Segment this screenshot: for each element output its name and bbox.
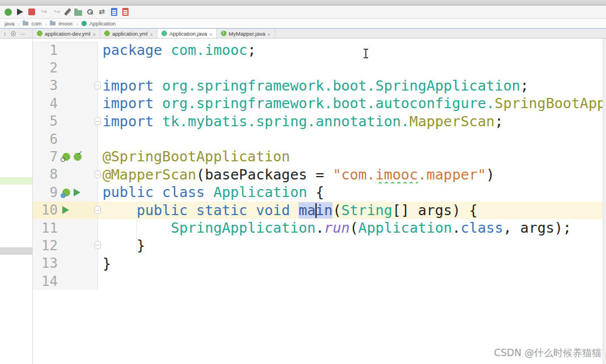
gutter: 9	[33, 183, 98, 201]
tab-mymapper-java[interactable]: MyMapper.java	[217, 29, 275, 38]
close-icon[interactable]	[210, 28, 212, 38]
fold-marker-icon[interactable]	[95, 82, 101, 89]
build-icon[interactable]	[64, 8, 71, 16]
code-text[interactable]: import org.springframework.boot.autoconf…	[98, 95, 606, 112]
run-icon[interactable]	[74, 189, 80, 196]
file-blue-icon[interactable]	[111, 8, 117, 16]
code-line-6: 6	[33, 130, 606, 148]
code-text[interactable]	[98, 130, 606, 148]
gutter: 12	[33, 237, 98, 254]
code-text[interactable]: import tk.mybatis.spring.annotation.Mapp…	[98, 113, 606, 130]
code-line-2: 2	[33, 59, 606, 76]
code-line-4: 4import org.springframework.boot.autocon…	[33, 95, 606, 112]
gutter: 8	[33, 166, 98, 183]
line-number: 1	[33, 42, 58, 58]
breadcrumb-item-imooc[interactable]: imooc	[58, 20, 72, 27]
folder-icon	[50, 22, 56, 25]
tab-label: application-dev.yml	[45, 31, 91, 37]
file-red-icon[interactable]	[122, 8, 129, 16]
code-line-7: 7@SpringBootApplication	[33, 148, 606, 165]
code-text[interactable]: }	[98, 237, 606, 254]
code-text[interactable]	[98, 272, 606, 290]
stop-icon[interactable]	[28, 8, 35, 15]
tab-application-dev-yml[interactable]: application-dev.yml	[33, 29, 100, 38]
line-number: 11	[33, 220, 58, 236]
open-project-icon[interactable]	[74, 10, 82, 16]
code-text[interactable]: @SpringBootApplication	[98, 148, 606, 165]
code-line-14: 14	[33, 272, 606, 290]
breadcrumb: javacomimoocApplication	[0, 19, 606, 28]
project-row-selected	[0, 247, 32, 255]
editor-scrollbar[interactable]	[603, 38, 606, 364]
spring-check-icon[interactable]	[74, 153, 82, 161]
line-number: 5	[33, 113, 58, 129]
close-icon[interactable]	[150, 28, 153, 38]
main-area: 1package com.imooc;23import org.springfr…	[0, 38, 606, 364]
chevron-separator-icon	[44, 18, 47, 28]
gutter-icons	[62, 206, 69, 214]
code-text[interactable]: SpringApplication.run(Application.class,…	[98, 219, 606, 237]
gutter: 13	[33, 255, 98, 272]
code-line-13: 13}	[33, 255, 606, 272]
line-number: 6	[33, 131, 58, 147]
yaml-icon	[37, 31, 42, 36]
debug-icon[interactable]	[5, 8, 12, 16]
breadcrumb-item-application[interactable]: Application	[89, 20, 116, 27]
title-bar: imooc-red-book-dev [/Workspaces/idea_imc…	[0, 0, 606, 6]
code-text[interactable]: import org.springframework.boot.SpringAp…	[98, 77, 606, 95]
step-over-icon[interactable]: ↪	[40, 8, 48, 16]
toolbar-icons: ↪↪⇄	[5, 8, 129, 16]
gutter-icons	[62, 153, 82, 161]
breadcrumb-item-com[interactable]: com	[31, 20, 41, 27]
vcs-update-icon[interactable]: ⇄	[98, 8, 106, 16]
editor-tabs: application-dev.ymlapplication.ymlApplic…	[33, 29, 275, 38]
close-icon[interactable]	[267, 28, 270, 38]
run-icon[interactable]	[62, 206, 69, 214]
line-number: 7	[33, 149, 58, 165]
gutter: 6	[33, 130, 98, 148]
folder-icon	[23, 22, 28, 25]
toolbar: ↪↪⇄	[0, 6, 606, 19]
tab-application-java[interactable]: Application.java	[157, 29, 217, 38]
line-number: 3	[33, 78, 58, 93]
tab-application-yml[interactable]: application.yml	[100, 29, 157, 38]
gutter: 4	[33, 95, 98, 112]
fold-marker-icon[interactable]	[95, 206, 101, 214]
panel-settings-icon[interactable]	[11, 31, 16, 36]
code-text[interactable]: public static void main(String[] args) {	[98, 202, 606, 219]
bootclass-icon	[161, 31, 167, 36]
fold-marker-icon[interactable]	[95, 170, 101, 178]
yaml-icon	[104, 31, 110, 36]
project-row-highlight	[0, 177, 32, 185]
class-icon	[82, 21, 87, 26]
step-into-icon[interactable]: ↪	[53, 8, 61, 16]
project-panel-collapsed[interactable]	[0, 38, 33, 364]
editor-rows: 1package com.imooc;23import org.springfr…	[33, 41, 606, 290]
close-icon[interactable]	[93, 28, 96, 38]
code-text[interactable]: public class Application {	[98, 183, 606, 201]
code-text[interactable]: package com.imooc;	[98, 41, 606, 59]
line-number: 9	[33, 185, 58, 200]
attach-process-icon[interactable]	[17, 8, 23, 15]
interface-icon	[221, 31, 227, 36]
code-editor[interactable]: 1package com.imooc;23import org.springfr…	[33, 38, 606, 364]
code-text[interactable]: @MapperScan(basePackages = "com.imooc.ma…	[98, 166, 606, 183]
line-number: 13	[33, 255, 58, 271]
code-text[interactable]: }	[98, 255, 606, 272]
fold-marker-icon[interactable]	[95, 241, 101, 249]
code-line-5: 5import tk.mybatis.spring.annotation.Map…	[33, 113, 606, 130]
fold-marker-icon[interactable]	[95, 117, 101, 125]
code-text[interactable]	[98, 59, 606, 76]
code-line-8: 8@MapperScan(basePackages = "com.imooc.m…	[33, 166, 606, 183]
gutter: 5	[33, 113, 98, 130]
tab-label: Application.java	[169, 31, 207, 37]
gutter: 10	[33, 202, 98, 219]
text-caret	[315, 203, 317, 218]
panel-sort-icon[interactable]	[3, 31, 6, 37]
search-icon[interactable]	[87, 9, 93, 15]
code-line-9: 9public class Application {	[33, 183, 606, 201]
panel-hide-icon[interactable]	[20, 31, 25, 36]
breadcrumb-item-java[interactable]: java	[5, 20, 14, 27]
spring-bean-icon[interactable]	[62, 189, 70, 196]
spring-search-icon[interactable]	[62, 153, 70, 161]
